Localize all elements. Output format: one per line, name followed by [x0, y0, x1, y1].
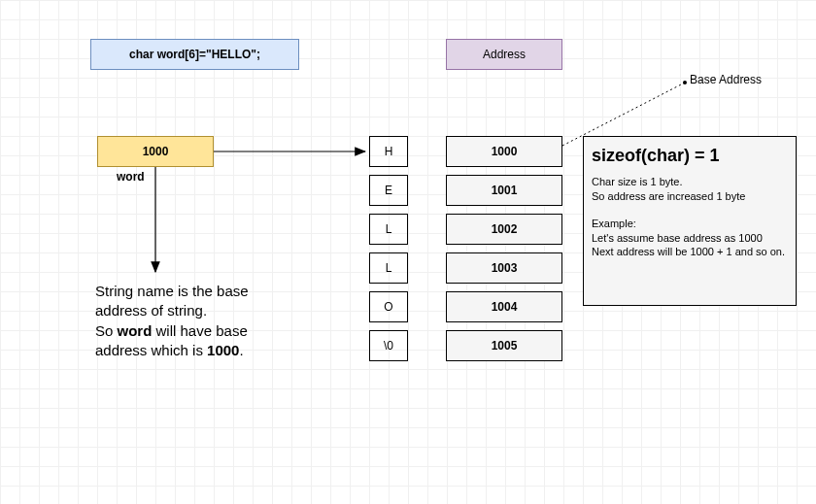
sizeof-note-box: sizeof(char) = 1 Char size is 1 byte. So… — [583, 136, 797, 306]
note-line3: Let's assume base address as 1000 — [592, 231, 788, 245]
explanation-part2a: So — [95, 322, 118, 339]
char-cell-2: L — [369, 214, 408, 245]
note-line2: So address are increased 1 byte — [592, 189, 788, 203]
char-cell-4: O — [369, 291, 408, 322]
address-column-header: Address — [446, 39, 562, 70]
pointer-name-label: word — [117, 170, 145, 184]
svg-point-3 — [683, 81, 687, 84]
explanation-text: String name is the base address of strin… — [95, 282, 289, 360]
explanation-part1: String name is the base address of strin… — [95, 283, 249, 319]
addr-cell-1: 1001 — [446, 175, 562, 206]
pointer-value-box: 1000 — [97, 136, 214, 167]
char-cell-5: \0 — [369, 330, 408, 361]
note-example-header: Example: — [592, 217, 788, 230]
explanation-part2c: . — [239, 342, 243, 358]
note-line1: Char size is 1 byte. — [592, 175, 788, 188]
addr-cell-4: 1004 — [446, 291, 562, 322]
addr-cell-5: 1005 — [446, 330, 562, 361]
char-cell-0: H — [369, 136, 408, 167]
base-address-label: Base Address — [690, 73, 762, 86]
addr-cell-2: 1002 — [446, 214, 562, 245]
note-title: sizeof(char) = 1 — [592, 145, 788, 167]
declaration-box: char word[6]="HELLO"; — [90, 39, 299, 70]
explanation-addr-bold: 1000 — [207, 342, 239, 358]
note-line4: Next address will be 1000 + 1 and so on. — [592, 245, 788, 258]
char-cell-1: E — [369, 175, 408, 206]
addr-cell-0: 1000 — [446, 136, 562, 167]
addr-cell-3: 1003 — [446, 252, 562, 284]
explanation-word-bold: word — [118, 322, 153, 339]
char-cell-3: L — [369, 252, 408, 284]
